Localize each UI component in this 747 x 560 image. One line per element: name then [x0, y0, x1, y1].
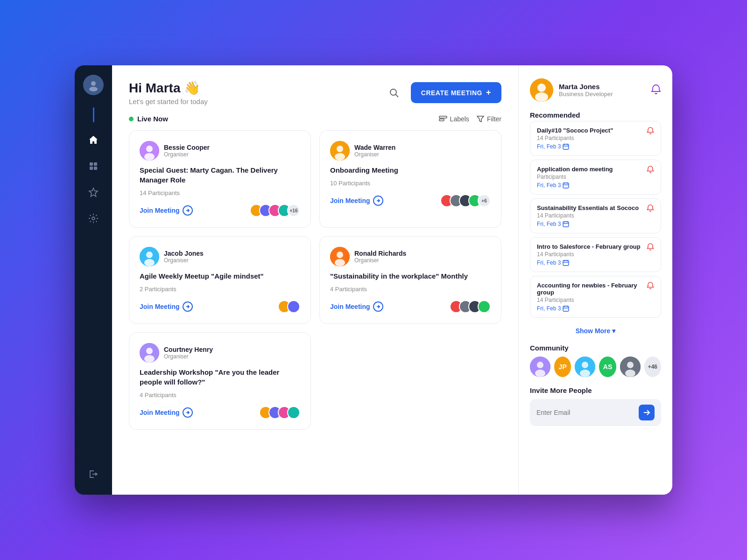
community-section: Community JPAS+46 [530, 344, 661, 377]
sidebar-user-avatar[interactable] [83, 75, 104, 95]
svg-point-63 [627, 362, 634, 368]
svg-marker-12 [477, 116, 484, 122]
organizer-name: Ronald Richards [354, 250, 406, 257]
rec-title: Application demo meeting [537, 166, 613, 173]
logout-button[interactable] [82, 463, 105, 485]
svg-point-31 [144, 355, 155, 363]
participant-avatars: +6 [440, 194, 491, 207]
card-footer: Join Meeting [140, 300, 300, 313]
community-avatar[interactable] [620, 357, 641, 377]
invite-send-button[interactable] [639, 405, 655, 420]
join-meeting-label: Join Meeting [140, 303, 180, 310]
community-avatar[interactable] [575, 357, 595, 377]
rec-title: Daily#10 "Sococo Project" [537, 127, 613, 134]
recommended-item[interactable]: Application demo meeting Participants Fr… [530, 160, 661, 195]
rec-bell-icon[interactable] [647, 282, 654, 291]
participant-avatars [450, 300, 491, 313]
participant-avatar [287, 406, 300, 419]
svg-point-18 [337, 146, 343, 152]
organizer-role: Organiser [164, 151, 210, 158]
join-meeting-button[interactable]: Join Meeting [330, 301, 383, 312]
recommended-item[interactable]: Daily#10 "Sococo Project" 14 Participant… [530, 121, 661, 156]
card-organizer: Wade Warren Organiser [330, 141, 491, 161]
card-organizer: Bessie Cooper Organiser [140, 141, 300, 161]
rec-participants: 14 Participants [537, 251, 641, 258]
svg-point-61 [580, 370, 590, 377]
show-more-button[interactable]: Show More ▾ [530, 327, 661, 335]
join-meeting-button[interactable]: Join Meeting [330, 196, 383, 206]
svg-rect-11 [439, 119, 444, 121]
svg-marker-6 [89, 188, 98, 196]
organizer-avatar [140, 343, 159, 363]
community-avatar[interactable] [530, 357, 550, 377]
live-label: Live Now [137, 115, 168, 123]
recommended-section: Recommended Daily#10 "Sococo Project" 14… [530, 111, 661, 318]
community-more[interactable]: +46 [644, 357, 661, 377]
participant-avatar [478, 300, 491, 313]
organizer-name: Jacob Jones [164, 250, 204, 257]
invite-title: Invite More People [530, 386, 661, 394]
participant-avatars: +16 [250, 204, 300, 217]
rec-bell-icon[interactable] [647, 166, 654, 175]
join-meeting-button[interactable]: Join Meeting [140, 205, 193, 216]
meeting-participants-count: 10 Participants [330, 180, 491, 187]
community-avatar[interactable]: AS [599, 357, 616, 377]
join-icon [183, 301, 193, 312]
filter-button[interactable]: Filter [477, 115, 501, 123]
card-footer: Join Meeting [140, 406, 300, 419]
search-button[interactable] [385, 84, 403, 102]
organizer-info: Courtney Henry Organiser [164, 346, 213, 360]
join-meeting-button[interactable]: Join Meeting [140, 301, 193, 312]
right-panel: Marta Jones Business Developer Recommend… [518, 65, 672, 495]
recommended-item[interactable]: Sustainability Essentials at Sococo 14 P… [530, 198, 661, 233]
rec-bell-icon[interactable] [647, 127, 654, 136]
join-meeting-button[interactable]: Join Meeting [140, 407, 193, 418]
chevron-down-icon: ▾ [612, 327, 615, 335]
show-more-label: Show More [576, 327, 611, 335]
create-meeting-button[interactable]: CREATE MEETING + [411, 82, 501, 103]
live-indicator: Live Now [129, 115, 168, 123]
svg-rect-48 [563, 260, 569, 266]
recommended-item[interactable]: Intro to Salesforce - February group 14 … [530, 237, 661, 272]
community-avatar[interactable]: JP [554, 357, 571, 377]
organizer-name: Courtney Henry [164, 346, 213, 353]
organizer-info: Bessie Cooper Organiser [164, 144, 210, 158]
svg-point-27 [335, 259, 345, 266]
sidebar-item-grid[interactable] [82, 155, 105, 177]
sidebar-item-settings[interactable] [82, 207, 105, 230]
meeting-card: Courtney Henry Organiser Leadership Work… [129, 332, 311, 430]
sidebar-item-home[interactable] [82, 129, 105, 151]
sidebar-item-favorites[interactable] [82, 181, 105, 203]
organizer-info: Wade Warren Organiser [354, 144, 395, 158]
recommended-item[interactable]: Accounting for newbies - February group … [530, 276, 661, 318]
rec-bell-icon[interactable] [647, 204, 654, 213]
meeting-participants-count: 2 Participants [140, 286, 300, 293]
right-user-info: Marta Jones Business Developer [530, 78, 613, 102]
rec-bell-icon[interactable] [647, 243, 654, 252]
svg-rect-4 [90, 167, 93, 170]
create-meeting-label: CREATE MEETING [421, 89, 482, 97]
rec-participants: 14 Participants [537, 135, 613, 141]
join-meeting-label: Join Meeting [140, 207, 180, 214]
svg-point-15 [144, 153, 155, 161]
notification-bell-button[interactable] [651, 84, 661, 97]
page-title: Hi Marta 👋 [129, 80, 208, 96]
meetings-grid: Bessie Cooper Organiser Special Guest: M… [112, 130, 518, 441]
organizer-info: Ronald Richards Organiser [354, 250, 406, 264]
invite-email-input[interactable] [536, 409, 639, 416]
join-meeting-label: Join Meeting [330, 197, 370, 204]
join-icon [373, 196, 383, 206]
labels-button[interactable]: Labels [439, 115, 469, 123]
svg-point-7 [92, 217, 95, 220]
svg-point-35 [535, 92, 548, 102]
svg-point-60 [582, 362, 588, 368]
right-user-text: Marta Jones Business Developer [559, 83, 613, 98]
svg-line-9 [395, 94, 398, 97]
organizer-avatar [330, 247, 350, 266]
rec-date: Fri, Feb 3 [537, 182, 613, 189]
invite-section: Invite More People [530, 386, 661, 426]
participant-avatars [259, 406, 300, 419]
participants-more: +16 [287, 204, 300, 217]
card-footer: Join Meeting [330, 300, 491, 313]
svg-point-8 [390, 89, 396, 95]
